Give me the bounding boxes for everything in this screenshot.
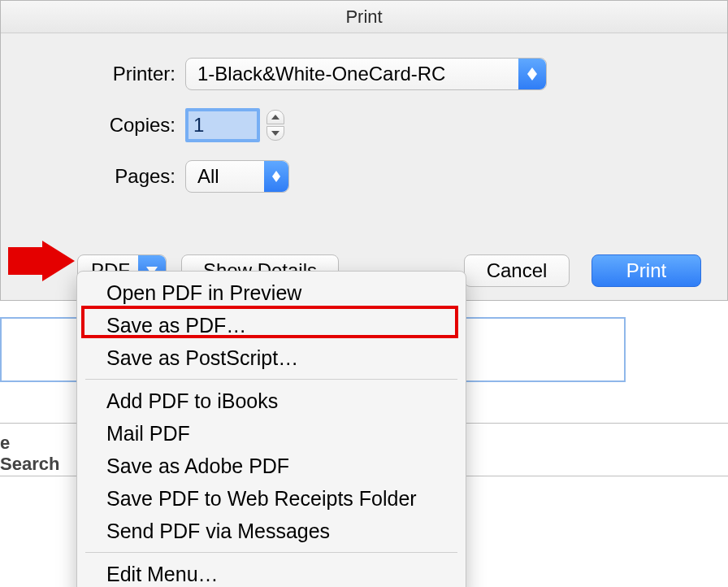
svg-marker-5 xyxy=(272,176,280,182)
print-button[interactable]: Print xyxy=(592,254,701,287)
menu-item-open-preview[interactable]: Open PDF in Preview xyxy=(77,276,466,309)
dialog-title: Print xyxy=(1,1,727,33)
menu-item-mail-pdf[interactable]: Mail PDF xyxy=(77,417,466,450)
stepper-down-icon[interactable] xyxy=(266,126,284,141)
pages-value: All xyxy=(197,165,219,188)
print-dialog: Print Printer: 1-Black&White-OneCard-RC … xyxy=(0,0,728,301)
svg-marker-2 xyxy=(271,115,280,120)
pages-label: Pages: xyxy=(1,165,176,188)
menu-item-save-adobe-pdf[interactable]: Save as Adobe PDF xyxy=(77,450,466,482)
stepper-up-icon[interactable] xyxy=(266,110,284,124)
menu-item-edit-menu[interactable]: Edit Menu… xyxy=(77,558,466,587)
menu-separator xyxy=(85,379,457,380)
copies-label: Copies: xyxy=(1,114,176,137)
cancel-button[interactable]: Cancel xyxy=(464,254,570,287)
svg-marker-4 xyxy=(272,171,280,176)
dropdown-arrows-icon xyxy=(264,161,288,192)
menu-separator xyxy=(85,552,457,553)
dropdown-arrows-icon xyxy=(518,59,546,89)
menu-item-save-as-pdf[interactable]: Save as PDF… xyxy=(77,309,466,341)
background-search-fragment: e Search xyxy=(0,437,71,470)
svg-marker-1 xyxy=(527,74,537,80)
printer-value: 1-Black&White-OneCard-RC xyxy=(197,63,445,85)
printer-label: Printer: xyxy=(1,63,176,85)
menu-item-send-messages[interactable]: Send PDF via Messages xyxy=(77,515,466,547)
svg-marker-3 xyxy=(271,131,280,136)
menu-item-add-to-ibooks[interactable]: Add PDF to iBooks xyxy=(77,385,466,417)
copies-input[interactable] xyxy=(185,108,260,142)
pdf-dropdown-menu: Open PDF in Preview Save as PDF… Save as… xyxy=(76,271,466,587)
printer-select[interactable]: 1-Black&White-OneCard-RC xyxy=(185,58,547,90)
pages-select[interactable]: All xyxy=(185,160,289,193)
menu-item-web-receipts[interactable]: Save PDF to Web Receipts Folder xyxy=(77,482,466,515)
copies-stepper[interactable] xyxy=(266,110,284,141)
menu-item-save-as-postscript[interactable]: Save as PostScript… xyxy=(77,341,466,374)
print-form: Printer: 1-Black&White-OneCard-RC Copies… xyxy=(1,33,727,193)
svg-marker-0 xyxy=(527,67,537,74)
